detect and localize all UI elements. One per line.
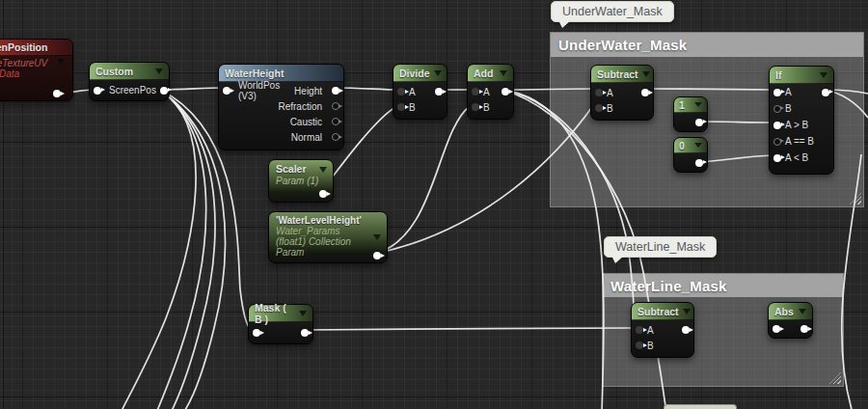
output-pin[interactable]	[301, 329, 309, 337]
wire-waterlevel-to-add-b[interactable]	[375, 106, 470, 254]
chevron-down-icon[interactable]	[642, 71, 650, 77]
wire-zero-to-if-alb[interactable]	[699, 155, 772, 162]
input-pin-b[interactable]	[595, 104, 603, 112]
input-pin-a[interactable]	[397, 88, 405, 95]
wire-mask-to-subtract-wl-a[interactable]	[305, 328, 633, 330]
chevron-down-icon[interactable]	[57, 59, 65, 65]
wire-right-passthrough[interactable]	[842, 154, 861, 409]
pin-label: ScreenPos	[109, 85, 156, 95]
node-title: Mask ( B )	[255, 302, 295, 325]
node-title: Custom	[95, 66, 133, 77]
tooltip-tail	[558, 20, 571, 28]
wire-add-to-subtract-a[interactable]	[502, 89, 594, 90]
chevron-down-icon[interactable]	[799, 309, 806, 314]
pin-label: A == B	[785, 136, 814, 147]
output-pin[interactable]	[695, 119, 703, 126]
input-pin-worldpos[interactable]	[223, 87, 231, 95]
pin-label: Caustic	[223, 117, 322, 127]
input-pin[interactable]	[253, 329, 260, 337]
output-pin[interactable]	[160, 87, 168, 95]
partial-node-bottom[interactable]	[664, 404, 737, 409]
chevron-down-icon[interactable]	[319, 167, 327, 173]
output-pin[interactable]	[502, 88, 509, 95]
pin-label: B	[785, 103, 792, 114]
input-pin-b[interactable]	[397, 103, 405, 111]
output-pin[interactable]	[373, 252, 381, 259]
input-pin-a[interactable]	[636, 326, 643, 334]
chevron-down-icon[interactable]	[299, 311, 307, 316]
output-pin[interactable]	[800, 325, 808, 333]
node-custom[interactable]: Custom ScreenPos	[89, 62, 170, 101]
node-subtitle: Water_Params	[269, 226, 387, 236]
input-pin-a-less-b[interactable]	[773, 154, 781, 162]
output-pin-refraction[interactable]	[332, 102, 339, 110]
wire-custom-fan-3[interactable]	[160, 90, 225, 409]
node-title: ScreenPosition	[0, 41, 47, 53]
node-abs[interactable]: Abs	[768, 302, 813, 339]
output-pin-height[interactable]	[332, 87, 339, 95]
node-title: Add	[474, 68, 493, 79]
wire-add-to-subtract-wl-b[interactable]	[502, 90, 636, 343]
input-pin-a-equals-b[interactable]	[773, 138, 781, 146]
node-title: Divide	[399, 68, 430, 79]
chevron-down-icon[interactable]	[683, 309, 691, 314]
node-title: If	[775, 69, 781, 81]
chevron-down-icon[interactable]	[373, 234, 381, 240]
pin-label: WorldPos (V3)	[238, 80, 290, 101]
node-screenposition[interactable]: ScreenPosition SceneTextureUV Input Data	[0, 39, 73, 101]
input-pin[interactable]	[773, 325, 780, 333]
pin-label: Height	[294, 86, 322, 96]
node-waterheight[interactable]: WaterHeight WorldPos (V3) Height Refract…	[218, 64, 344, 150]
output-pin[interactable]	[641, 89, 649, 96]
input-pin-a[interactable]	[472, 88, 479, 95]
pin-label: A < B	[785, 152, 808, 163]
material-graph-canvas[interactable]: UnderWater_Mask WaterLine_Mask	[0, 0, 868, 409]
node-title: Subtract	[637, 306, 679, 317]
node-subtitle: (float1) Collection Param	[269, 236, 387, 258]
output-pin-normal[interactable]	[332, 133, 339, 141]
input-pin-a[interactable]	[595, 89, 603, 96]
node-title: Subtract	[597, 68, 638, 80]
node-constant-one[interactable]: 1	[673, 96, 708, 132]
wire-add-passthrough-1[interactable]	[502, 90, 604, 409]
node-title: 1	[679, 99, 685, 111]
chevron-down-icon[interactable]	[694, 143, 702, 148]
input-pin-b[interactable]	[773, 105, 781, 113]
node-subtract-underwater[interactable]: Subtract A B	[590, 65, 654, 121]
node-constant-zero[interactable]: 0	[673, 137, 708, 173]
wire-one-to-if-agb[interactable]	[699, 122, 772, 123]
output-pin[interactable]	[53, 90, 61, 97]
chevron-down-icon[interactable]	[820, 72, 827, 78]
input-pin-b[interactable]	[472, 103, 479, 111]
input-pin-b[interactable]	[636, 341, 643, 349]
node-title: Abs	[774, 306, 794, 317]
chevron-down-icon[interactable]	[434, 70, 442, 76]
node-if[interactable]: If A B A > B A == B A < B	[769, 66, 834, 175]
node-title: WaterHeight	[225, 68, 284, 79]
output-pin-caustic[interactable]	[332, 118, 339, 125]
output-pin[interactable]	[682, 326, 690, 334]
tooltip-tail	[611, 256, 624, 263]
pin-label: Normal	[223, 132, 322, 143]
chevron-down-icon[interactable]	[500, 70, 507, 76]
input-pin-screenpos[interactable]	[94, 87, 101, 95]
node-divide[interactable]: Divide A B	[393, 64, 448, 120]
node-subtitle: Input Data	[0, 68, 72, 79]
input-pin-a-greater-b[interactable]	[773, 122, 781, 129]
node-add[interactable]: Add A B	[467, 64, 514, 120]
output-pin[interactable]	[435, 88, 443, 95]
output-pin[interactable]	[695, 159, 703, 167]
wire-custom-fan-4[interactable]	[121, 90, 196, 409]
chevron-down-icon[interactable]	[155, 68, 163, 74]
tooltip-text: UnderWater_Mask	[562, 5, 663, 18]
output-pin[interactable]	[319, 190, 327, 198]
node-scaler[interactable]: Scaler Param (1)	[268, 159, 334, 203]
node-waterlevelheight[interactable]: 'WaterLevelHeight' Water_Params (float1)…	[268, 211, 388, 263]
output-pin[interactable]	[822, 89, 829, 96]
tooltip-underwater-mask: UnderWater_Mask	[551, 1, 674, 22]
node-mask-b[interactable]: Mask ( B )	[248, 304, 313, 344]
chevron-down-icon[interactable]	[694, 102, 702, 107]
node-subtract-waterline[interactable]: Subtract A B	[631, 302, 694, 358]
wire-subtract-to-if-a[interactable]	[643, 89, 772, 90]
input-pin-a[interactable]	[773, 89, 781, 96]
